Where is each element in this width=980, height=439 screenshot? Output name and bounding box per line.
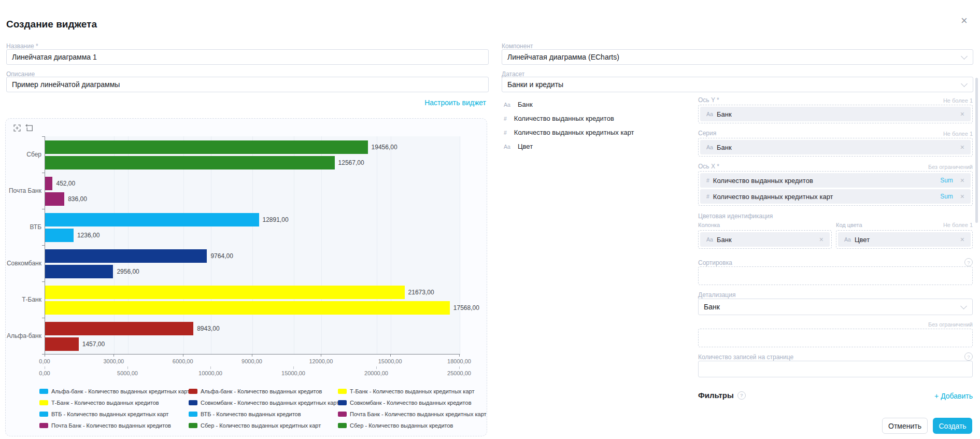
color-code-dropzone[interactable]: АаЦвет×	[836, 230, 973, 249]
axis-y-limit: Не более 1	[943, 97, 973, 104]
legend-item[interactable]: Сбер - Количество выданных кредитных кар…	[189, 422, 321, 429]
field-chip[interactable]: #Количество выданных кредитных картSum×	[700, 189, 971, 204]
remove-chip-icon[interactable]: ×	[960, 143, 964, 151]
cancel-button[interactable]: Отменить	[882, 418, 928, 434]
legend-swatch	[39, 389, 48, 394]
remove-chip-icon[interactable]: ×	[960, 176, 964, 185]
aggregation-badge[interactable]: Sum	[940, 193, 953, 200]
field-chip[interactable]: АаБанк×	[700, 140, 971, 154]
create-button[interactable]: Создать	[933, 418, 972, 434]
axis-y-dropzone[interactable]: АаБанк×	[698, 105, 973, 123]
name-input[interactable]	[6, 49, 489, 65]
category-label: ВТБ	[6, 223, 41, 231]
close-icon[interactable]: ×	[961, 16, 968, 26]
axis-tick-label: 25000,00	[447, 370, 471, 376]
axis-tick	[459, 366, 460, 369]
axis-tick-label: 15000,00	[378, 358, 402, 364]
field-chip[interactable]: #Количество выданных кредитовSum×	[700, 173, 971, 188]
component-value: Линейчатая диаграмма (ECharts)	[507, 53, 619, 61]
detailing-fields-dropzone[interactable]	[698, 329, 973, 347]
remove-chip-icon[interactable]: ×	[819, 235, 823, 244]
axis-x-dropzone[interactable]: #Количество выданных кредитовSum×#Количе…	[698, 171, 973, 206]
dataset-field-label: Количество выданных кредитных карт	[514, 129, 634, 136]
toolbox-restore-icon[interactable]	[25, 124, 34, 132]
legend-item[interactable]: Альфа-банк - Количество выданных кредито…	[189, 388, 322, 394]
color-column-label: Колонка	[698, 222, 720, 228]
dataset-field[interactable]: АаБанк	[504, 97, 634, 111]
legend-item[interactable]: ВТБ - Количество выданных кредитов	[189, 411, 301, 417]
legend-item[interactable]: Совкомбанк - Количество выданных кредитн…	[189, 400, 339, 406]
help-icon[interactable]: ?	[964, 258, 973, 266]
bar-value-label: 19456,00	[372, 140, 397, 154]
legend-label: ВТБ - Количество выданных кредитов	[201, 411, 301, 417]
field-type-icon: #	[706, 177, 709, 183]
dataset-field[interactable]: #Количество выданных кредитных карт	[504, 125, 634, 139]
dataset-select[interactable]: Банки и кредиты	[502, 77, 973, 92]
help-icon[interactable]: ?	[964, 352, 973, 361]
field-type-icon: #	[504, 116, 507, 122]
category-label: Почта Банк	[6, 187, 41, 195]
legend-item[interactable]: Сбер - Количество выданных кредитов	[338, 422, 453, 429]
dataset-field[interactable]: #Количество выданных кредитов	[504, 111, 634, 125]
filters-label: Фильтры ?	[698, 391, 746, 400]
axis-tick	[376, 366, 377, 369]
field-chip[interactable]: АаЦвет×	[838, 232, 971, 247]
chevron-down-icon	[961, 80, 968, 87]
toolbox-zoom-icon[interactable]	[13, 124, 21, 132]
axis-tick-label: 0,00	[39, 370, 50, 376]
bar-value-label: 12891,00	[263, 213, 289, 226]
axis-tick	[293, 366, 294, 369]
color-column-dropzone[interactable]: АаБанк×	[698, 230, 832, 249]
legend-item[interactable]: Почта Банк - Количество выданных кредито…	[39, 422, 171, 429]
bar-value-label: 1457,00	[82, 337, 105, 351]
detailing-select[interactable]: Банк	[698, 299, 973, 315]
help-icon[interactable]: ?	[737, 391, 746, 400]
legend-item[interactable]: Совкомбанк - Количество выданных кредито…	[338, 400, 472, 406]
legend-label: Альфа-банк - Количество выданных кредито…	[201, 388, 322, 394]
page-size-input[interactable]	[698, 361, 973, 377]
legend-item[interactable]: Т-Банк - Количество выданных кредитных к…	[338, 388, 474, 394]
bar-cards	[45, 301, 450, 315]
legend-label: Альфа-банк - Количество выданных кредитн…	[51, 388, 190, 394]
bar-credits	[45, 249, 207, 263]
sorting-dropzone[interactable]	[698, 266, 973, 285]
series-dropzone[interactable]: АаБанк×	[698, 138, 973, 157]
field-type-icon: #	[706, 193, 709, 200]
page-size-label: Количество записей на странице	[698, 353, 793, 361]
category-label: Альфа-банк	[6, 332, 41, 340]
detailing-fields-limit: Без ограничений	[928, 321, 973, 328]
axis-x-limit: Без ограничений	[928, 164, 973, 170]
legend-item[interactable]: Альфа-банк - Количество выданных кредитн…	[39, 388, 190, 394]
field-chip[interactable]: АаБанк×	[700, 107, 971, 121]
axis-tick	[42, 318, 45, 318]
aggregation-badge[interactable]: Sum	[940, 177, 953, 184]
bar-cards	[45, 229, 74, 242]
legend-swatch	[39, 400, 48, 405]
component-select[interactable]: Линейчатая диаграмма (ECharts)	[502, 49, 973, 65]
field-chip-label: Банк	[717, 110, 732, 118]
dataset-field-label: Банк	[518, 101, 533, 108]
field-chip-label: Количество выданных кредитов	[713, 177, 813, 185]
remove-chip-icon[interactable]: ×	[960, 110, 964, 118]
detailing-value: Банк	[704, 303, 720, 311]
bar-value-label: 9764,00	[210, 249, 233, 263]
field-chip[interactable]: АаБанк×	[700, 232, 830, 247]
filters-label-text: Фильтры	[698, 391, 734, 400]
add-filter-link[interactable]: + Добавить	[934, 392, 973, 400]
remove-chip-icon[interactable]: ×	[960, 235, 964, 244]
configure-widget-link[interactable]: Настроить виджет	[424, 98, 486, 107]
legend-item[interactable]: Т-Банк - Количество выданных кредитов	[39, 400, 159, 406]
field-chip-label: Банк	[717, 236, 732, 244]
bar-value-label: 12567,00	[338, 156, 364, 169]
description-input[interactable]	[6, 77, 489, 92]
field-type-icon: #	[504, 130, 507, 136]
axis-tick-label: 6000,00	[173, 358, 193, 364]
plot-area: 19456,0012567,00452,00836,0012891,001236…	[45, 136, 460, 355]
axis-tick-label: 9000,00	[242, 358, 262, 364]
scrollbar-thumb[interactable]	[975, 78, 978, 223]
remove-chip-icon[interactable]: ×	[960, 192, 964, 201]
dataset-field[interactable]: АаЦвет	[504, 139, 634, 153]
legend-item[interactable]: ВТБ - Количество выданных кредитных карт	[39, 411, 168, 417]
legend-item[interactable]: Почта Банк - Количество выданных кредитн…	[338, 411, 487, 417]
axis-tick-label: 10000,00	[198, 370, 222, 376]
